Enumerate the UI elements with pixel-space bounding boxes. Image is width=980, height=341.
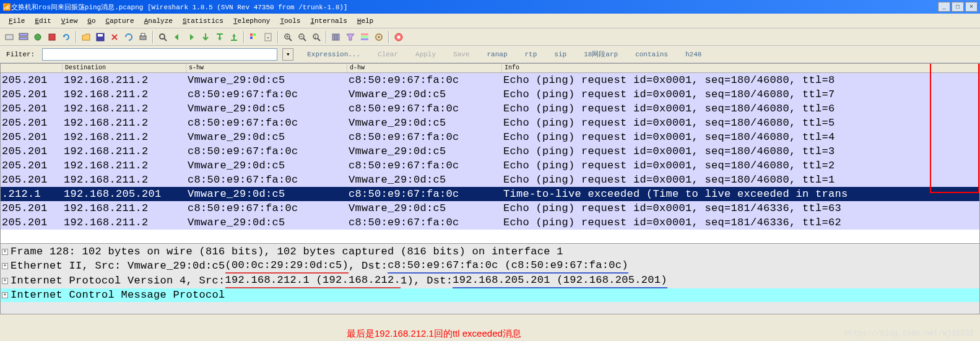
svg-rect-7 bbox=[140, 36, 146, 40]
menu-telephony[interactable]: Telephony bbox=[228, 16, 275, 26]
close-file-icon[interactable] bbox=[108, 30, 121, 44]
app-icon: 📶 bbox=[2, 3, 11, 11]
expand-icon[interactable]: + bbox=[2, 292, 8, 298]
filter-link-h248[interactable]: h248 bbox=[677, 51, 710, 58]
col-destination[interactable]: Destination bbox=[63, 64, 186, 72]
cell-dst: 192.168.211.2 bbox=[64, 217, 188, 228]
svg-rect-21 bbox=[337, 34, 339, 40]
svg-rect-12 bbox=[250, 37, 253, 39]
cell-info: Echo (ping) request id=0x0001, seq=180/4… bbox=[503, 88, 979, 100]
menu-go[interactable]: Go bbox=[82, 16, 100, 26]
save-icon[interactable] bbox=[93, 30, 107, 44]
packet-row[interactable]: 205.201192.168.211.2Vmware_29:0d:c5c8:50… bbox=[1, 158, 979, 173]
filter-link-18arp[interactable]: 18网段arp bbox=[575, 51, 627, 58]
cell-no: 205.201 bbox=[2, 103, 64, 114]
detail-ethernet[interactable]: +Ethernet II, Src: Vmware_29:0d:c5 (00:0… bbox=[1, 259, 979, 274]
col-shw[interactable]: s-hw bbox=[186, 64, 347, 72]
col-info[interactable]: Info bbox=[502, 64, 979, 72]
go-last-icon[interactable] bbox=[227, 30, 241, 44]
detail-frame[interactable]: +Frame 128: 102 bytes on wire (816 bits)… bbox=[1, 245, 979, 259]
detail-ip[interactable]: +Internet Protocol Version 4, Src: 192.1… bbox=[1, 274, 979, 288]
options-icon[interactable] bbox=[17, 30, 30, 44]
svg-rect-6 bbox=[98, 34, 103, 37]
colorize-icon[interactable] bbox=[247, 30, 261, 44]
filter-link-rtp[interactable]: rtp bbox=[516, 51, 546, 58]
filter-link-ranap[interactable]: ranap bbox=[478, 51, 516, 58]
interfaces-icon[interactable] bbox=[2, 30, 16, 44]
menu-view[interactable]: View bbox=[56, 16, 82, 26]
minimize-button[interactable]: _ bbox=[938, 2, 950, 12]
print-icon[interactable] bbox=[136, 30, 150, 44]
filter-link-save[interactable]: Save bbox=[444, 51, 478, 58]
menu-help[interactable]: Help bbox=[352, 16, 378, 26]
packet-row[interactable]: 205.201192.168.211.2c8:50:e9:67:fa:0cVmw… bbox=[1, 116, 979, 130]
menu-capture[interactable]: Capture bbox=[100, 16, 139, 26]
find-icon[interactable] bbox=[156, 30, 170, 44]
go-back-icon[interactable] bbox=[170, 30, 184, 44]
autoscroll-icon[interactable] bbox=[261, 30, 275, 44]
packet-row[interactable]: 205.201192.168.211.2Vmware_29:0d:c5c8:50… bbox=[1, 73, 979, 87]
cell-dhw: c8:50:e9:67:fa:0c bbox=[349, 74, 503, 86]
packet-row[interactable]: 205.201192.168.211.2c8:50:e9:67:fa:0cVmw… bbox=[1, 173, 979, 187]
detail-icmp[interactable]: +Internet Control Message Protocol bbox=[1, 288, 979, 302]
start-capture-icon[interactable] bbox=[31, 30, 45, 44]
filters-icon[interactable] bbox=[344, 30, 357, 44]
col-header[interactable] bbox=[1, 64, 63, 72]
menubar: FileEditViewGoCaptureAnalyzeStatisticsTe… bbox=[0, 14, 980, 28]
open-icon[interactable] bbox=[79, 30, 93, 44]
packet-row[interactable]: 205.201192.168.211.2Vmware_29:0d:c5c8:50… bbox=[1, 215, 979, 230]
filter-link-sip[interactable]: sip bbox=[545, 51, 575, 58]
menu-tools[interactable]: Tools bbox=[275, 16, 305, 26]
filter-link-contains[interactable]: contains bbox=[627, 51, 677, 58]
packet-list-pane[interactable]: Destination s-hw d-hw Info 205.201192.16… bbox=[0, 63, 980, 244]
prefs-icon[interactable] bbox=[372, 30, 386, 44]
packet-row[interactable]: 205.201192.168.211.2Vmware_29:0d:c5c8:50… bbox=[1, 101, 979, 116]
packet-row[interactable]: 205.201192.168.211.2c8:50:e9:67:fa:0cVmw… bbox=[1, 144, 979, 158]
cell-info: Echo (ping) request id=0x0001, seq=180/4… bbox=[503, 131, 979, 143]
packet-row[interactable]: .212.1192.168.205.201Vmware_29:0d:c5c8:5… bbox=[1, 187, 979, 201]
filter-link-expression[interactable]: Expression... bbox=[298, 51, 369, 58]
cell-dhw: Vmware_29:0d:c5 bbox=[349, 202, 503, 214]
col-dhw[interactable]: d-hw bbox=[347, 64, 502, 72]
go-first-icon[interactable] bbox=[213, 30, 227, 44]
filter-link-apply[interactable]: Apply bbox=[407, 51, 444, 58]
close-button[interactable]: × bbox=[965, 2, 978, 12]
cell-dst: 192.168.205.201 bbox=[64, 188, 188, 200]
stop-capture-icon[interactable] bbox=[45, 30, 59, 44]
svg-text:1: 1 bbox=[314, 35, 316, 40]
expand-icon[interactable]: + bbox=[2, 249, 8, 255]
zoom-reset-icon[interactable]: 1 bbox=[310, 30, 323, 44]
reload-icon[interactable] bbox=[122, 30, 136, 44]
packet-details-pane[interactable]: +Frame 128: 102 bytes on wire (816 bits)… bbox=[0, 244, 980, 314]
menu-internals[interactable]: Internals bbox=[305, 16, 352, 26]
menu-statistics[interactable]: Statistics bbox=[178, 16, 228, 26]
cell-shw: c8:50:e9:67:fa:0c bbox=[188, 145, 349, 157]
go-to-icon[interactable] bbox=[199, 30, 212, 44]
svg-point-9 bbox=[160, 34, 165, 39]
menu-file[interactable]: File bbox=[4, 16, 30, 26]
maximize-button[interactable]: □ bbox=[952, 2, 964, 12]
zoom-in-icon[interactable] bbox=[281, 30, 295, 44]
packet-row[interactable]: 205.201192.168.211.2c8:50:e9:67:fa:0cVmw… bbox=[1, 87, 979, 101]
cell-shw: c8:50:e9:67:fa:0c bbox=[188, 117, 349, 129]
svg-rect-22 bbox=[361, 33, 368, 35]
packet-row[interactable]: 205.201192.168.211.2Vmware_29:0d:c5c8:50… bbox=[1, 130, 979, 144]
go-forward-icon[interactable] bbox=[184, 30, 198, 44]
coloring-rules-icon[interactable] bbox=[358, 30, 371, 44]
resize-cols-icon[interactable] bbox=[329, 30, 343, 44]
filter-label: Filter: bbox=[6, 51, 35, 58]
filter-dropdown-icon[interactable]: ▾ bbox=[282, 48, 293, 61]
expand-icon[interactable]: + bbox=[2, 263, 8, 269]
menu-edit[interactable]: Edit bbox=[30, 16, 56, 26]
zoom-out-icon[interactable] bbox=[295, 30, 309, 44]
watermark: https://blog.csdn.net/wj31932 bbox=[844, 329, 974, 338]
filter-input[interactable] bbox=[42, 48, 277, 61]
help-icon[interactable] bbox=[392, 30, 405, 44]
filter-link-clear[interactable]: Clear bbox=[369, 51, 407, 58]
packet-row[interactable]: 205.201192.168.211.2c8:50:e9:67:fa:0cVmw… bbox=[1, 201, 979, 215]
expand-icon[interactable]: + bbox=[2, 278, 8, 284]
cell-dst: 192.168.211.2 bbox=[64, 88, 188, 100]
restart-capture-icon[interactable] bbox=[59, 30, 73, 44]
cell-info: Echo (ping) request id=0x0001, seq=180/4… bbox=[503, 117, 979, 129]
menu-analyze[interactable]: Analyze bbox=[139, 16, 178, 26]
